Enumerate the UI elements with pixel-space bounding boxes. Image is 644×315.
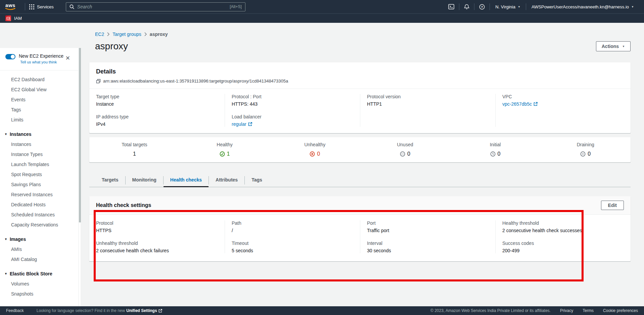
- sidebar-section-images[interactable]: ▼ Images: [0, 234, 78, 244]
- sidebar-item-events[interactable]: Events: [0, 95, 78, 105]
- sidebar-item-tags[interactable]: Tags: [0, 105, 78, 115]
- chevron-down-icon: ▼: [631, 5, 634, 8]
- triangle-down-icon: ▼: [4, 272, 7, 275]
- chevron-right-icon: [144, 32, 147, 36]
- sidebar-item-savings-plans[interactable]: Savings Plans: [0, 179, 78, 190]
- sidebar-item-instances[interactable]: Instances: [0, 139, 78, 149]
- field-unhealthy-threshold: Unhealthy threshold 2 consecutive health…: [96, 241, 218, 253]
- sidebar-item-ec2-global-view[interactable]: EC2 Global View: [0, 85, 78, 95]
- tab-attributes[interactable]: Attributes: [209, 174, 244, 187]
- field-port: Port Traffic port: [367, 220, 489, 233]
- circle-check-icon: [220, 151, 225, 157]
- vpc-link[interactable]: vpc-2657db5c: [502, 101, 538, 107]
- terms-link[interactable]: Terms: [583, 308, 594, 313]
- circle-ellipsis-icon: [400, 151, 405, 157]
- close-icon[interactable]: ✕: [65, 55, 70, 61]
- copy-icon[interactable]: [96, 79, 101, 84]
- copyright-text: © 2023, Amazon Web Services India Privat…: [430, 308, 551, 313]
- region-label: N. Virginia: [495, 4, 515, 9]
- cookie-preferences-link[interactable]: Cookie preferences: [603, 308, 638, 313]
- cloudshell-icon: [448, 4, 454, 9]
- field-ip-address-type: IP address type IPv4: [96, 114, 218, 127]
- breadcrumb-target-groups[interactable]: Target groups: [112, 32, 141, 37]
- stat-healthy: Healthy 1: [180, 142, 270, 157]
- tab-health-checks[interactable]: Health checks: [164, 174, 209, 187]
- sidebar-scrollbar[interactable]: [78, 48, 81, 306]
- sidebar-section-instances[interactable]: ▼ Instances: [0, 129, 78, 139]
- sidebar-item-snapshots[interactable]: Snapshots: [0, 289, 78, 299]
- field-timeout: Timeout 5 seconds: [232, 241, 353, 253]
- help-button[interactable]: ?: [474, 4, 490, 10]
- tab-tags[interactable]: Tags: [245, 174, 269, 187]
- sidebar-item-dedicated-hosts[interactable]: Dedicated Hosts: [0, 200, 78, 210]
- circle-x-icon: [310, 151, 315, 157]
- actions-label: Actions: [602, 44, 619, 49]
- search-box[interactable]: [Alt+S]: [66, 2, 245, 11]
- field-vpc: VPC vpc-2657db5c: [502, 94, 624, 107]
- tell-us-what-you-think-link[interactable]: Tell us what you think: [20, 60, 57, 64]
- nav-divider: [25, 3, 25, 10]
- favorites-bar: IAM: [0, 13, 644, 23]
- language-selection-text: Looking for language selection? Find it …: [37, 308, 162, 313]
- sidebar: New EC2 Experience Tell us what you thin…: [0, 23, 81, 306]
- external-link-icon: [158, 309, 162, 313]
- sidebar-item-instance-types[interactable]: Instance Types: [0, 149, 78, 159]
- sidebar-section-elastic-block-store[interactable]: ▼ Elastic Block Store: [0, 269, 78, 279]
- section-title: Images: [10, 237, 26, 242]
- triangle-down-icon: ▼: [4, 133, 7, 136]
- scrollbar-thumb[interactable]: [79, 48, 81, 222]
- breadcrumb-current: asproxy: [150, 32, 168, 37]
- sidebar-item-spot-requests[interactable]: Spot Requests: [0, 169, 78, 179]
- services-menu-button[interactable]: Services: [29, 4, 54, 9]
- edit-button[interactable]: Edit: [601, 201, 624, 210]
- notifications-button[interactable]: [459, 4, 474, 10]
- top-navigation: aws Services [Alt+S] ? N. Virginia ▼: [0, 0, 644, 13]
- sidebar-item-amis[interactable]: AMIs: [0, 244, 78, 254]
- bell-icon: [464, 4, 469, 10]
- actions-button[interactable]: Actions ▼: [596, 41, 631, 51]
- sidebar-item-capacity-reservations[interactable]: Capacity Reservations: [0, 220, 78, 230]
- sidebar-item-launch-templates[interactable]: Launch Templates: [0, 159, 78, 169]
- field-protocol-version: Protocol version HTTP1: [367, 94, 489, 107]
- tab-monitoring[interactable]: Monitoring: [126, 174, 163, 187]
- new-ec2-experience-toggle[interactable]: [5, 54, 15, 59]
- search-input[interactable]: [77, 4, 230, 9]
- services-label: Services: [37, 4, 54, 9]
- account-label: AWSPowerUserAccess/navaneeth.kn@harness.…: [532, 4, 629, 9]
- aws-logo[interactable]: aws: [5, 3, 16, 10]
- sidebar-item-limits[interactable]: Limits: [0, 115, 78, 125]
- stat-unhealthy: Unhealthy 0: [270, 142, 360, 157]
- toggle-knob: [11, 55, 15, 59]
- section-title: Elastic Block Store: [10, 271, 52, 276]
- search-shortcut: [Alt+S]: [230, 4, 242, 9]
- sidebar-item-ec2-dashboard[interactable]: EC2 Dashboard: [0, 74, 78, 85]
- sidebar-item-ami-catalog[interactable]: AMI Catalog: [0, 254, 78, 264]
- unified-settings-link[interactable]: Unified Settings: [126, 308, 162, 313]
- field-success-codes: Success codes 200-499: [502, 241, 624, 253]
- tab-targets[interactable]: Targets: [95, 174, 125, 187]
- load-balancer-link[interactable]: regular: [232, 121, 252, 127]
- section-title: Instances: [10, 132, 32, 137]
- health-check-settings-card: Health check settings Edit Protocol HTTP…: [89, 196, 631, 261]
- region-selector[interactable]: N. Virginia ▼: [490, 4, 526, 9]
- sidebar-item-volumes[interactable]: Volumes: [0, 279, 78, 289]
- main-content: EC2 Target groups asproxy asproxy Action…: [81, 23, 644, 306]
- field-load-balancer: Load balancer regular: [232, 114, 353, 127]
- field-interval: Interval 30 seconds: [367, 241, 489, 253]
- chevron-down-icon: ▼: [622, 45, 625, 48]
- circle-minus-icon: [580, 151, 586, 157]
- privacy-link[interactable]: Privacy: [560, 308, 573, 313]
- stat-draining: Draining 0: [540, 142, 631, 157]
- cloudshell-button[interactable]: [444, 4, 459, 9]
- sidebar-item-reserved-instances[interactable]: Reserved Instances: [0, 190, 78, 200]
- breadcrumb-ec2[interactable]: EC2: [95, 32, 104, 37]
- account-menu[interactable]: AWSPowerUserAccess/navaneeth.kn@harness.…: [526, 4, 639, 9]
- target-stats-card: Total targets 1 Healthy 1 Unhealthy 0 Un…: [89, 137, 631, 162]
- field-protocol: Protocol HTTPS: [96, 220, 218, 233]
- favorite-iam-link[interactable]: IAM: [14, 16, 22, 21]
- services-grid-icon: [29, 4, 34, 9]
- page-title: asproxy: [95, 41, 128, 52]
- aws-logo-text: aws: [5, 3, 15, 8]
- feedback-link[interactable]: Feedback: [6, 308, 24, 313]
- sidebar-item-scheduled-instances[interactable]: Scheduled Instances: [0, 210, 78, 220]
